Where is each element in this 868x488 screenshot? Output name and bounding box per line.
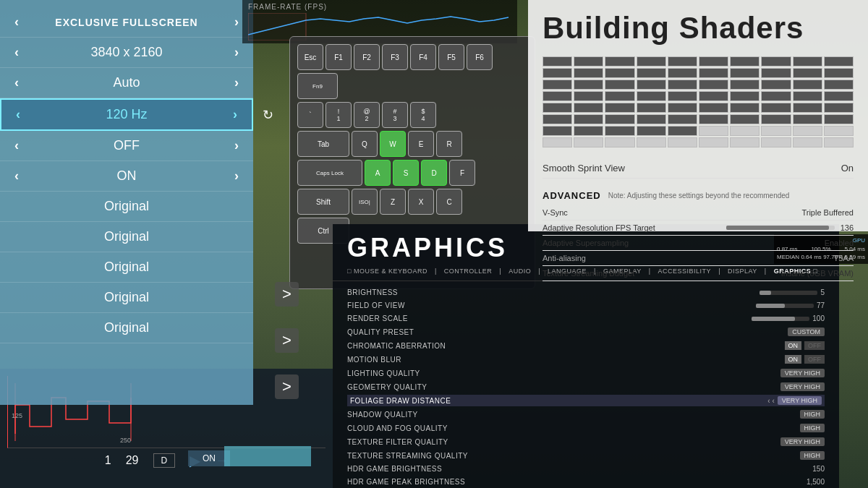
key-row-qwerty: Tab Q W E R	[297, 131, 527, 157]
key-s[interactable]: S	[393, 160, 419, 186]
key-row-numbers: ` !1 @2 #3 $4	[297, 102, 527, 128]
gs-foliage-controls[interactable]: ‹ ‹ VERY HIGH	[767, 396, 822, 405]
on-row[interactable]: ‹ ON ›	[0, 161, 253, 192]
key-backtick[interactable]: `	[297, 102, 323, 128]
key-iso[interactable]: ISO|	[352, 189, 378, 215]
panel-arrow-1[interactable]: >	[275, 282, 299, 307]
shader-block-3	[637, 56, 666, 67]
key-3[interactable]: #3	[382, 102, 408, 128]
panel-arrow-3[interactable]: >	[275, 374, 299, 399]
gs-tex-stream-row: TEXTURE STREAMING QUALITY HIGH	[347, 450, 825, 461]
key-shift[interactable]: Shift	[297, 189, 349, 215]
gs-foliage-value[interactable]: VERY HIGH	[778, 396, 822, 405]
gs-motion-blur-off[interactable]: OFF	[804, 355, 825, 364]
gs-chromatic-off[interactable]: OFF	[804, 341, 825, 350]
key-f5[interactable]: F5	[438, 44, 464, 70]
shader-block-67	[761, 126, 791, 136]
key-f2[interactable]: F2	[354, 44, 380, 70]
key-r[interactable]: R	[436, 131, 462, 157]
gs-tex-stream-value[interactable]: HIGH	[800, 451, 825, 460]
gs-tex-filter-value[interactable]: VERY HIGH	[780, 437, 825, 446]
resolution-right-arrow[interactable]: ›	[234, 45, 239, 60]
gs-chromatic-on[interactable]: ON	[785, 341, 802, 350]
shader-block-45	[699, 103, 728, 113]
refresh-right-arrow[interactable]: ›	[233, 107, 237, 122]
key-d[interactable]: D	[421, 160, 447, 186]
shader-block-13	[637, 68, 666, 78]
key-fn9[interactable]: Fn9	[297, 73, 338, 99]
key-f1[interactable]: F1	[326, 44, 352, 70]
gs-lighting-value[interactable]: VERY HIGH	[780, 369, 825, 377]
key-a[interactable]: A	[365, 160, 391, 186]
key-e[interactable]: E	[408, 131, 434, 157]
nav-sep-3: |	[538, 267, 540, 275]
auto-value: Auto	[19, 75, 234, 90]
adaptive-fps-slider[interactable]	[726, 226, 835, 230]
gs-fov-slider[interactable]: 77	[756, 301, 825, 309]
key-1[interactable]: !1	[326, 102, 352, 128]
gs-chromatic-toggle[interactable]: ON OFF	[785, 341, 825, 350]
exclusive-fullscreen-right-arrow[interactable]: ›	[234, 14, 239, 30]
gs-cloud-value[interactable]: HIGH	[800, 424, 825, 432]
gs-render-scale-slider[interactable]: 100	[752, 314, 825, 322]
timeline-d-button[interactable]: D	[153, 453, 176, 468]
key-w[interactable]: W	[380, 131, 406, 157]
gs-brightness-slider[interactable]: 5	[760, 288, 825, 296]
auto-row[interactable]: ‹ Auto ›	[0, 68, 253, 98]
key-x[interactable]: X	[408, 189, 434, 215]
original-row-5[interactable]: Original	[0, 313, 253, 343]
key-c[interactable]: C	[436, 189, 462, 215]
key-f6[interactable]: F6	[467, 44, 493, 70]
nav-mouse-keyboard[interactable]: □ MOUSE & KEYBOARD	[347, 267, 427, 275]
on-right-arrow[interactable]: ›	[234, 168, 239, 184]
gs-motion-blur-toggle[interactable]: ON OFF	[785, 355, 825, 364]
key-tab[interactable]: Tab	[297, 131, 349, 157]
key-4[interactable]: $4	[410, 102, 436, 128]
key-z[interactable]: Z	[380, 189, 406, 215]
on-value: ON	[19, 168, 234, 184]
adaptive-fps-slider-row[interactable]: 136	[726, 223, 854, 232]
key-capslock[interactable]: Caps Lock	[297, 160, 362, 186]
gs-hdr-peak-row: HDR GAME PEAK BRIGHTNESS 1,500	[347, 476, 825, 487]
resolution-value: 3840 x 2160	[19, 45, 234, 60]
key-f4[interactable]: F4	[410, 44, 436, 70]
gs-foliage-left[interactable]: ‹ ‹	[767, 397, 774, 405]
original-row-1[interactable]: Original	[0, 192, 253, 222]
off-value: OFF	[19, 138, 234, 153]
gs-quality-preset-value[interactable]: CUSTOM	[788, 328, 825, 336]
refresh-reset-icon[interactable]: ↻	[263, 107, 273, 123]
auto-right-arrow[interactable]: ›	[234, 75, 239, 90]
gs-geometry-value[interactable]: VERY HIGH	[780, 382, 825, 391]
antialiasing-label: Anti-aliasing	[542, 254, 586, 262]
tex-budget-label: Texture Streaming Budget	[542, 269, 634, 278]
shaders-panel: Building Shaders Smooth Sprint View On A…	[528, 0, 868, 231]
refresh-rate-row[interactable]: ‹ 120 Hz › ↻	[0, 98, 253, 131]
shader-block-16	[730, 68, 760, 78]
original-row-3[interactable]: Original	[0, 252, 253, 283]
original-row-2[interactable]: Original	[0, 222, 253, 252]
shader-block-59	[824, 114, 854, 124]
resolution-row[interactable]: ‹ 3840 x 2160 ›	[0, 38, 253, 68]
original-row-4[interactable]: Original	[0, 283, 253, 313]
gs-quality-preset-label: QUALITY PRESET	[347, 328, 414, 336]
key-row-fn: Fn9	[297, 73, 527, 99]
gs-fov-value: 77	[817, 301, 825, 309]
key-2[interactable]: @2	[354, 102, 380, 128]
nav-audio[interactable]: AUDIO	[509, 267, 531, 275]
gs-shadow-value[interactable]: HIGH	[800, 410, 825, 419]
key-row-function: Esc F1 F2 F3 F4 F5 F6	[297, 44, 527, 70]
gs-motion-blur-on[interactable]: ON	[785, 355, 802, 364]
nav-controller[interactable]: CONTROLLER	[444, 267, 493, 275]
key-f[interactable]: F	[449, 160, 475, 186]
key-f3[interactable]: F3	[382, 44, 408, 70]
off-row[interactable]: ‹ OFF ›	[0, 131, 253, 161]
shader-block-54	[668, 114, 697, 124]
shader-block-44	[668, 103, 697, 113]
off-right-arrow[interactable]: ›	[234, 138, 239, 153]
shader-block-70	[542, 137, 572, 147]
key-q[interactable]: Q	[352, 131, 378, 157]
key-esc[interactable]: Esc	[297, 44, 323, 70]
shader-block-42	[605, 103, 634, 113]
panel-arrow-2[interactable]: >	[275, 328, 299, 353]
exclusive-fullscreen-row[interactable]: ‹ EXCLUSIVE FULLSCREEN ›	[0, 7, 253, 38]
